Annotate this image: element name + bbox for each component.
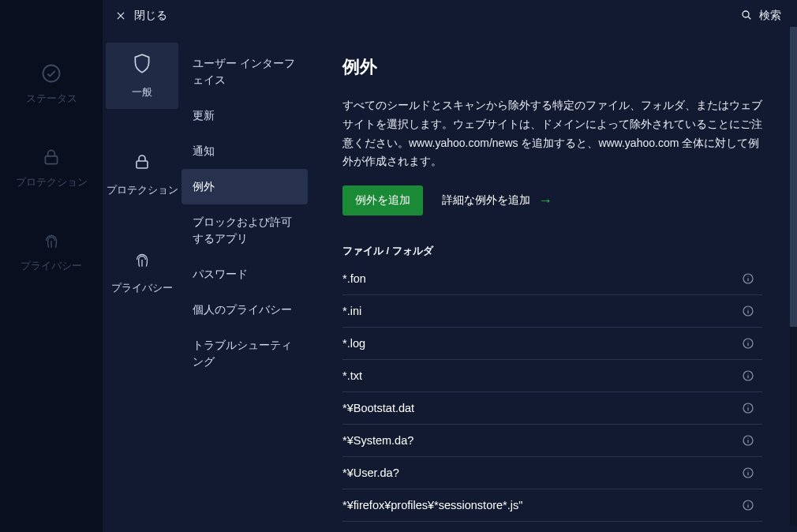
subnav-personal-privacy[interactable]: 個人のプライバシー <box>181 292 308 328</box>
svg-point-2 <box>743 11 749 17</box>
exception-row[interactable]: *.log <box>342 328 762 360</box>
add-exception-button[interactable]: 例外を追加 <box>342 185 423 215</box>
exception-path: *¥System.da? <box>342 434 740 447</box>
exception-path: *.txt <box>342 369 740 382</box>
exception-row[interactable]: *¥firefox¥profiles¥*sessionstore*.js" <box>342 489 762 522</box>
svg-point-24 <box>747 470 748 471</box>
check-circle-icon <box>39 62 63 85</box>
category-column: 一般 プロテクション プライバシー <box>103 32 181 532</box>
content-area: 例外 すべてのシールドとスキャンから除外する特定のファイル、フォルダ、またはウェ… <box>308 32 797 532</box>
svg-point-15 <box>747 373 748 374</box>
lock-icon <box>39 145 63 169</box>
category-label: プライバシー <box>111 281 173 295</box>
fingerprint-icon <box>39 229 63 253</box>
settings-panel: 閉じる 検索 一般 プロテクション <box>103 0 797 532</box>
link-label: 詳細な例外を追加 <box>442 193 530 208</box>
section-title: ファイル / フォルダ <box>342 244 762 258</box>
category-label: 一般 <box>132 85 152 99</box>
category-privacy[interactable]: プライバシー <box>103 238 181 305</box>
svg-point-12 <box>747 341 748 342</box>
info-icon[interactable] <box>740 335 756 351</box>
add-detailed-exception-link[interactable]: 詳細な例外を追加 → <box>442 193 552 208</box>
subnav-label: トラブルシューティング <box>193 339 292 368</box>
svg-point-6 <box>747 276 748 277</box>
bg-nav-label: ステータス <box>26 92 77 106</box>
arrow-right-icon: → <box>538 193 552 208</box>
exception-path: *.log <box>342 337 740 350</box>
svg-point-0 <box>43 66 60 82</box>
subnav-label: 更新 <box>193 109 215 122</box>
subnav-label: パスワード <box>193 268 248 280</box>
exception-path: *¥Bootstat.dat <box>342 402 740 414</box>
scrollbar-thumb[interactable] <box>790 27 797 327</box>
exception-path: *¥firefox¥profiles¥*sessionstore*.js" <box>342 499 740 511</box>
info-icon[interactable] <box>740 368 756 384</box>
info-icon[interactable] <box>740 497 756 513</box>
subnav-label: ブロックおよび許可するアプリ <box>193 215 292 245</box>
svg-rect-1 <box>45 156 57 164</box>
info-icon[interactable] <box>740 271 756 287</box>
search-label: 検索 <box>759 9 781 23</box>
search-button[interactable]: 検索 <box>740 9 781 24</box>
svg-point-21 <box>747 438 748 439</box>
shield-icon <box>130 52 154 76</box>
page-description: すべてのシールドとスキャンから除外する特定のファイル、フォルダ、またはウェブサイ… <box>342 96 762 171</box>
info-icon[interactable] <box>740 303 756 319</box>
subnav-password[interactable]: パスワード <box>181 257 308 292</box>
bg-nav-status: ステータス <box>0 39 103 123</box>
lock-icon <box>130 150 154 174</box>
category-protection[interactable]: プロテクション <box>103 140 181 207</box>
subnav-troubleshoot[interactable]: トラブルシューティング <box>181 328 308 380</box>
subnav-notifications[interactable]: 通知 <box>181 133 308 169</box>
page-title: 例外 <box>342 55 762 79</box>
subnav-label: 個人のプライバシー <box>193 303 292 316</box>
bg-nav-protection: プロテクション <box>0 123 103 207</box>
svg-rect-3 <box>137 161 148 168</box>
close-button[interactable]: 閉じる <box>115 9 167 23</box>
panel-header: 閉じる 検索 <box>103 0 797 32</box>
exception-path: *.ini <box>342 305 740 317</box>
bg-sidebar: ステータス プロテクション プライバシー <box>0 0 103 532</box>
exception-row[interactable]: *¥User.da? <box>342 457 762 489</box>
subnav-label: ユーザー インターフェイス <box>193 57 295 86</box>
fingerprint-icon <box>130 248 154 272</box>
bg-nav-label: プロテクション <box>16 175 88 189</box>
actions-row: 例外を追加 詳細な例外を追加 → <box>342 185 762 215</box>
exceptions-list: *.fon*.ini*.log*.txt*¥Bootstat.dat*¥Syst… <box>342 263 762 532</box>
svg-point-27 <box>747 503 748 504</box>
subnav-ui[interactable]: ユーザー インターフェイス <box>181 46 308 98</box>
bg-nav-privacy: プライバシー <box>0 207 103 290</box>
exception-row[interactable]: *¥System.da? <box>342 425 762 457</box>
subnav-exceptions[interactable]: 例外 <box>181 169 308 204</box>
exception-row[interactable]: *.fon <box>342 263 762 295</box>
subnav-column: ユーザー インターフェイス 更新 通知 例外 ブロックおよび許可するアプリ パス… <box>181 32 308 532</box>
info-icon[interactable] <box>740 433 756 448</box>
close-label: 閉じる <box>134 9 167 23</box>
bg-nav-label: プライバシー <box>21 259 82 273</box>
exception-row[interactable]: *¥Bootstat.dat <box>342 392 762 425</box>
info-icon[interactable] <box>740 465 756 481</box>
category-general[interactable]: 一般 <box>106 43 178 109</box>
exception-row[interactable]: *.txt <box>342 360 762 392</box>
info-icon[interactable] <box>740 400 756 416</box>
exception-row[interactable]: ?:¥PageFile.sys <box>342 522 762 532</box>
subnav-label: 例外 <box>193 180 215 193</box>
svg-point-9 <box>747 309 748 309</box>
close-icon <box>115 10 126 21</box>
subnav-label: 通知 <box>193 144 215 157</box>
exception-path: *¥User.da? <box>342 466 740 479</box>
search-icon <box>740 9 753 24</box>
category-label: プロテクション <box>107 183 178 197</box>
svg-point-18 <box>747 406 748 406</box>
exception-path: *.fon <box>342 272 740 285</box>
subnav-blocked-apps[interactable]: ブロックおよび許可するアプリ <box>181 204 308 257</box>
exception-row[interactable]: *.ini <box>342 295 762 328</box>
subnav-update[interactable]: 更新 <box>181 98 308 133</box>
